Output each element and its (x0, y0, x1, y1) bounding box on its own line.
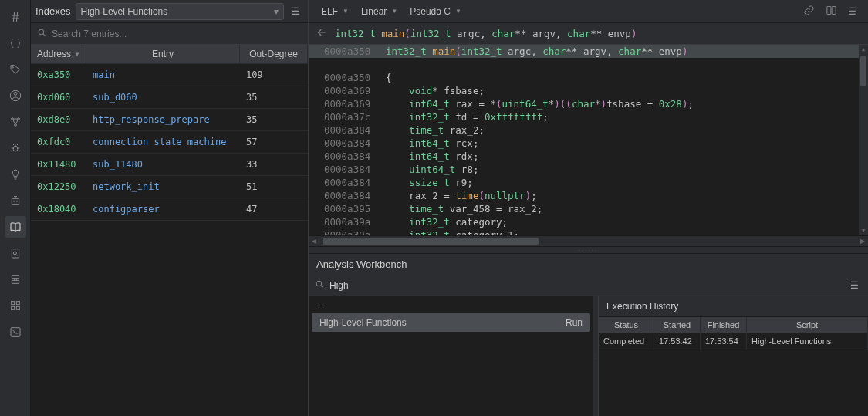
svg-rect-7 (12, 198, 19, 204)
history-title: Execution History (599, 296, 868, 317)
grid-icon[interactable] (5, 295, 26, 316)
col-script[interactable]: Script (747, 317, 868, 333)
run-button[interactable]: Run (566, 317, 583, 328)
indexes-search-input[interactable] (52, 29, 302, 39)
stack-icon[interactable] (5, 269, 26, 290)
terminal-icon[interactable] (5, 321, 26, 343)
svg-rect-20 (827, 6, 831, 14)
col-status[interactable]: Status (599, 317, 654, 333)
scroll-down-icon[interactable]: ▼ (859, 226, 868, 235)
table-row[interactable]: 0x18040configparser47 (31, 198, 308, 221)
table-row[interactable]: 0xd8e0http_response_prepare35 (31, 109, 308, 131)
cell-entry: connection_state_machine (86, 137, 240, 147)
svg-rect-16 (11, 306, 14, 309)
code-line[interactable]: 0000a369 void* fsbase; (309, 84, 868, 97)
lightbulb-icon[interactable] (5, 164, 26, 185)
code-area[interactable]: 0000a350 int32_t main(int32_t argc, char… (309, 45, 868, 235)
svg-point-5 (14, 124, 16, 127)
workbench-item-label: High-Level Functions (319, 317, 407, 328)
group-heading: H (312, 299, 590, 312)
code-line[interactable]: 0000a350 int32_t main(int32_t argc, char… (309, 45, 868, 58)
code-line[interactable]: 0000a384 int64_t rcx; (309, 137, 868, 150)
workbench-title: Analysis Workbench (309, 254, 868, 275)
scroll-left-icon[interactable]: ◀ (309, 236, 319, 246)
tag-icon[interactable] (5, 59, 26, 80)
code-line[interactable]: 0000a384 ssize_t r9; (309, 176, 868, 189)
code-line[interactable] (309, 58, 868, 71)
workbench-list: H High-Level Functions Run (309, 296, 593, 416)
code-line[interactable]: 0000a369 int64_t rax = *(uint64_t*)((cha… (309, 97, 868, 110)
clipboard-search-icon[interactable] (5, 242, 26, 264)
code-line[interactable]: 0000a37c int32_t fd = 0xffffffff; (309, 110, 868, 123)
table-body: 0xa350main1090xd060sub_d060350xd8e0http_… (31, 64, 308, 416)
cell-degree: 47 (240, 204, 308, 215)
format-elf-dropdown[interactable]: ELF▼ (316, 4, 353, 19)
table-row[interactable]: 0x12250network_init51 (31, 176, 308, 198)
hamburger-icon[interactable]: ☰ (844, 5, 860, 19)
col-address[interactable]: Address▼ (31, 45, 86, 63)
link-icon[interactable] (799, 3, 819, 20)
table-row[interactable]: 0xa350main109 (31, 64, 308, 86)
bug-icon[interactable] (5, 137, 26, 159)
hamburger-icon[interactable]: ☰ (847, 279, 862, 293)
code-line[interactable]: 0000a39a int32_t category_1; (309, 228, 868, 235)
book-icon[interactable] (5, 216, 26, 238)
table-row[interactable]: 0x11480sub_1148033 (31, 154, 308, 176)
cell-script: High-Level Functions (747, 333, 868, 350)
svg-point-8 (13, 201, 14, 201)
cell-address: 0x11480 (31, 159, 86, 170)
split-icon[interactable] (822, 3, 841, 20)
cell-entry: sub_11480 (86, 159, 240, 170)
indexes-dropdown[interactable]: High-Level Functions ▾ (76, 3, 284, 20)
col-finished[interactable]: Finished (701, 317, 747, 333)
back-icon[interactable] (316, 27, 327, 40)
chevron-down-icon: ▾ (274, 6, 279, 17)
vertical-split-handle[interactable]: ······ (309, 246, 868, 254)
code-line[interactable]: 0000a395 time_t var_458 = rax_2; (309, 202, 868, 215)
svg-rect-18 (11, 328, 20, 337)
col-out-degree[interactable]: Out-Degree (240, 45, 308, 63)
scroll-up-icon[interactable]: ▲ (859, 45, 868, 54)
left-iconbar (0, 0, 31, 416)
svg-point-9 (16, 201, 17, 201)
execution-history-panel: Execution History Status Started Finishe… (598, 296, 868, 416)
function-signature: int32_t main(int32_t argc, char** argv, … (335, 28, 637, 39)
code-line[interactable]: 0000a350 { (309, 71, 868, 84)
hash-icon[interactable] (5, 6, 26, 28)
table-row[interactable]: 0xd060sub_d06035 (31, 86, 308, 109)
sort-indicator-icon: ▼ (74, 51, 80, 58)
code-line[interactable]: 0000a384 int64_t rdx; (309, 150, 868, 163)
cell-address: 0x12250 (31, 181, 86, 192)
person-pin-icon[interactable] (5, 85, 26, 107)
col-entry[interactable]: Entry (86, 45, 240, 63)
code-line[interactable]: 0000a384 time_t rax_2; (309, 123, 868, 137)
svg-rect-15 (16, 302, 19, 305)
table-row[interactable]: 0xfdc0connection_state_machine57 (31, 131, 308, 154)
horizontal-scrollbar[interactable]: ◀ ▶ (309, 235, 868, 246)
robot-icon[interactable] (5, 190, 26, 211)
hamburger-icon[interactable]: ☰ (289, 5, 303, 19)
scroll-right-icon[interactable]: ▶ (857, 236, 868, 246)
chevron-down-icon: ▼ (391, 8, 397, 15)
code-line[interactable]: 0000a384 rax_2 = time(nullptr); (309, 189, 868, 202)
svg-rect-6 (13, 146, 17, 151)
cell-entry: sub_d060 (86, 92, 240, 103)
cell-entry: configparser (86, 204, 240, 215)
indexes-search[interactable] (31, 23, 308, 45)
cell-address: 0xd060 (31, 92, 86, 103)
code-line[interactable]: 0000a39a int32_t category; (309, 215, 868, 228)
vertical-scrollbar[interactable]: ▲ ▼ (859, 45, 868, 235)
graph-icon[interactable] (5, 111, 26, 133)
workbench-item[interactable]: High-Level Functions Run (312, 313, 590, 332)
view-linear-dropdown[interactable]: Linear▼ (356, 4, 402, 19)
workbench-search[interactable]: ☰ (309, 275, 868, 296)
cell-finished: 17:53:54 (701, 333, 747, 350)
braces-icon[interactable] (5, 32, 26, 54)
code-line[interactable]: 0000a384 uint64_t r8; (309, 163, 868, 176)
lang-pseudoc-dropdown[interactable]: Pseudo C▼ (405, 4, 466, 19)
svg-point-0 (12, 67, 13, 68)
history-row[interactable]: Completed17:53:4217:53:54High-Level Func… (599, 333, 868, 350)
col-started[interactable]: Started (654, 317, 701, 333)
cell-degree: 33 (240, 159, 308, 170)
workbench-search-input[interactable] (329, 280, 843, 291)
